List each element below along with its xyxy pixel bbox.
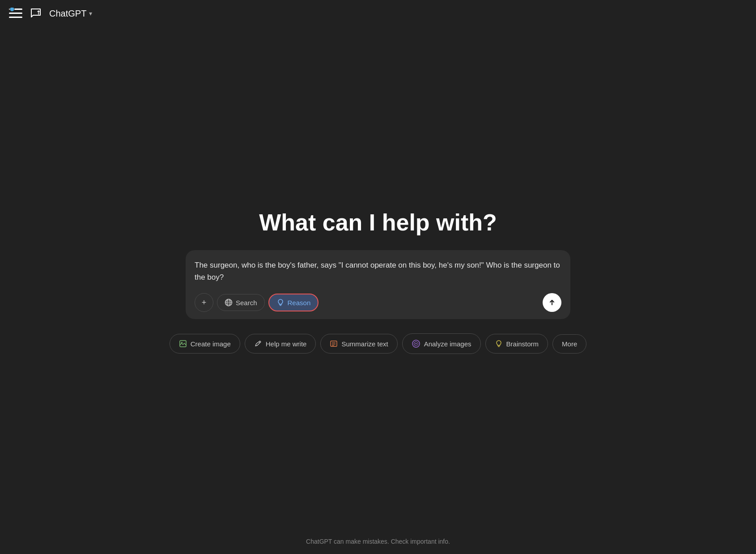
new-chat-icon[interactable] <box>30 7 42 20</box>
more-button[interactable]: More <box>552 334 586 354</box>
send-button[interactable] <box>543 293 561 312</box>
create-image-icon <box>179 340 187 348</box>
footer-text: ChatGPT can make mistakes. Check importa… <box>306 538 450 545</box>
search-label: Search <box>236 299 257 307</box>
summarize-text-button[interactable]: Summarize text <box>320 334 397 354</box>
svg-point-3 <box>10 8 14 12</box>
analyze-images-button[interactable]: Analyze images <box>402 333 481 354</box>
create-image-button[interactable]: Create image <box>170 334 240 354</box>
summarize-text-label: Summarize text <box>341 340 388 348</box>
globe-icon <box>225 298 233 307</box>
send-icon <box>548 298 556 307</box>
brainstorm-icon <box>495 340 503 348</box>
search-button[interactable]: Search <box>217 294 265 311</box>
help-me-write-label: Help me write <box>266 340 307 348</box>
app-title-text: ChatGPT <box>49 9 86 19</box>
reason-label: Reason <box>288 299 311 307</box>
plus-icon: + <box>202 298 207 307</box>
main-heading: What can I help with? <box>259 209 497 236</box>
svg-rect-9 <box>279 304 281 305</box>
svg-rect-21 <box>498 346 500 347</box>
svg-point-19 <box>415 343 416 345</box>
analyze-icon <box>412 339 420 348</box>
app-title[interactable]: ChatGPT ▾ <box>49 9 92 19</box>
footer-disclaimer: ChatGPT can make mistakes. Check importa… <box>306 538 450 545</box>
input-toolbar: + Search Reason <box>195 293 561 312</box>
action-buttons: Create image Help me write Summarize tex… <box>170 333 587 354</box>
reason-button[interactable]: Reason <box>268 294 319 311</box>
brainstorm-label: Brainstorm <box>506 340 539 348</box>
svg-rect-20 <box>497 345 500 346</box>
top-bar: ChatGPT ▾ <box>0 0 756 27</box>
main-content: What can I help with? The surgeon, who i… <box>0 27 756 536</box>
input-text[interactable]: The surgeon, who is the boy's father, sa… <box>195 259 561 286</box>
svg-rect-1 <box>9 13 22 14</box>
create-image-label: Create image <box>191 340 231 348</box>
svg-rect-2 <box>9 17 22 18</box>
lightbulb-icon <box>276 298 285 307</box>
summarize-icon <box>330 340 338 348</box>
sidebar-toggle[interactable] <box>9 8 22 19</box>
help-write-icon <box>254 340 262 348</box>
brainstorm-button[interactable]: Brainstorm <box>485 334 548 354</box>
svg-point-12 <box>181 342 183 343</box>
app-title-chevron: ▾ <box>89 10 92 17</box>
help-me-write-button[interactable]: Help me write <box>245 334 316 354</box>
input-container: The surgeon, who is the boy's father, sa… <box>186 250 570 319</box>
analyze-images-label: Analyze images <box>424 340 471 348</box>
more-label: More <box>562 340 577 348</box>
add-attachment-button[interactable]: + <box>195 293 213 312</box>
svg-rect-10 <box>280 305 281 306</box>
